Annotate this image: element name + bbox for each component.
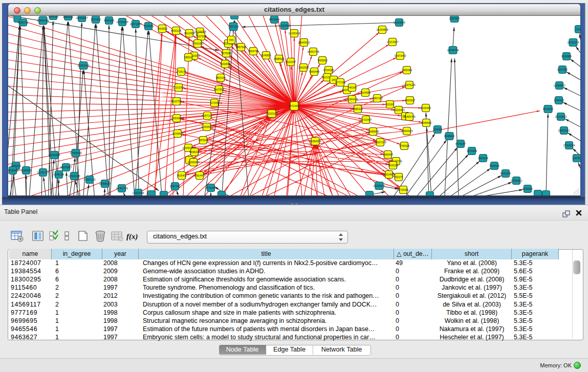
svg-text:6322037: 6322037 [286, 60, 296, 63]
svg-text:10025453: 10025453 [393, 108, 404, 112]
svg-text:1527602: 1527602 [91, 18, 101, 21]
svg-text:11353594: 11353594 [201, 125, 213, 128]
svg-text:15716485: 15716485 [205, 186, 216, 189]
svg-text:12975125: 12975125 [403, 83, 415, 86]
svg-text:252274: 252274 [394, 176, 403, 179]
svg-text:16648784: 16648784 [447, 49, 459, 52]
svg-text:8660124: 8660124 [171, 29, 181, 32]
svg-text:10958107: 10958107 [99, 182, 111, 185]
svg-text:19384554: 19384554 [309, 140, 321, 143]
svg-text:2933114: 2933114 [478, 157, 488, 160]
svg-text:19166825: 19166825 [171, 132, 183, 135]
svg-text:11127: 11127 [575, 28, 580, 31]
svg-text:1815152: 1815152 [388, 164, 398, 167]
svg-text:1733426: 1733426 [398, 188, 408, 191]
svg-text:30975857: 30975857 [60, 166, 72, 169]
svg-text:10543382: 10543382 [191, 42, 203, 45]
svg-text:8454749: 8454749 [248, 50, 258, 53]
svg-text:98901: 98901 [185, 56, 192, 59]
svg-text:417006: 417006 [210, 101, 219, 104]
svg-text:10653267: 10653267 [76, 16, 88, 19]
svg-text:1145194: 1145194 [54, 173, 64, 176]
svg-text:9699695: 9699695 [421, 121, 431, 124]
svg-text:16210643: 16210643 [555, 115, 567, 118]
svg-text:10671955: 10671955 [129, 23, 141, 26]
svg-text:3624554: 3624554 [360, 91, 371, 94]
svg-text:164095: 164095 [433, 128, 442, 131]
svg-text:25300203: 25300203 [266, 112, 277, 115]
svg-text:8471676: 8471676 [500, 172, 511, 175]
svg-text:16961758: 16961758 [307, 50, 319, 53]
svg-text:12213967: 12213967 [386, 40, 398, 43]
svg-text:f(x): f(x) [126, 232, 138, 241]
svg-text:7955812: 7955812 [317, 59, 328, 62]
svg-text:15751074: 15751074 [567, 41, 579, 44]
svg-text:7663822: 7663822 [157, 27, 167, 30]
svg-text:16914479: 16914479 [193, 174, 205, 177]
svg-text:9457791: 9457791 [170, 185, 180, 188]
svg-text:7625402: 7625402 [177, 174, 187, 177]
svg-text:12503135: 12503135 [68, 174, 80, 178]
svg-text:9227342: 9227342 [557, 68, 568, 71]
svg-text:15692921: 15692921 [558, 129, 570, 132]
svg-text:8938923: 8938923 [444, 135, 454, 138]
svg-text:21364436: 21364436 [346, 98, 358, 101]
svg-text:10688609: 10688609 [367, 130, 379, 133]
svg-text:8267115: 8267115 [202, 114, 212, 117]
svg-text:25495756: 25495756 [403, 115, 415, 118]
svg-text:12093872: 12093872 [553, 84, 565, 87]
svg-text:13524851: 13524851 [383, 173, 395, 176]
svg-text:1588520: 1588520 [274, 57, 284, 60]
svg-text:9242848: 9242848 [220, 62, 230, 65]
svg-text:20691406: 20691406 [37, 19, 49, 22]
svg-text:11325419: 11325419 [289, 32, 300, 35]
svg-text:7803144: 7803144 [215, 76, 226, 79]
svg-text:1156829: 1156829 [21, 169, 31, 172]
svg-text:10973493: 10973493 [394, 54, 406, 57]
svg-text:9777169: 9777169 [335, 81, 345, 84]
svg-text:10099459: 10099459 [187, 161, 199, 164]
svg-text:17016504: 17016504 [563, 144, 575, 147]
svg-text:2718176: 2718176 [176, 70, 186, 73]
svg-text:3915941: 3915941 [8, 169, 18, 172]
svg-text:9463627: 9463627 [405, 99, 415, 102]
svg-text:8427552: 8427552 [214, 88, 224, 91]
svg-text:8813014: 8813014 [269, 18, 279, 21]
svg-text:8990448: 8990448 [309, 70, 319, 73]
svg-text:16782759: 16782759 [116, 187, 127, 190]
svg-text:9245652: 9245652 [522, 187, 533, 190]
svg-text:19054985: 19054985 [170, 117, 182, 120]
svg-text:6466160: 6466160 [104, 19, 114, 22]
svg-text:9474444: 9474444 [467, 149, 477, 152]
svg-text:12342737: 12342737 [37, 171, 49, 174]
svg-text:12218506: 12218506 [278, 24, 290, 27]
svg-text:2087662: 2087662 [449, 17, 460, 20]
svg-text:7986322: 7986322 [353, 107, 363, 111]
svg-text:9146821: 9146821 [261, 54, 271, 57]
svg-text:9329966: 9329966 [561, 55, 572, 58]
svg-text:7485063: 7485063 [402, 69, 412, 72]
svg-text:7357224: 7357224 [228, 25, 238, 28]
svg-text:8215955: 8215955 [543, 107, 553, 111]
svg-text:20053346: 20053346 [77, 64, 89, 67]
svg-text:16154838: 16154838 [376, 28, 388, 31]
svg-text:4055712: 4055712 [18, 21, 28, 24]
svg-text:12923446: 12923446 [132, 191, 144, 194]
svg-text:15720407: 15720407 [360, 118, 372, 121]
svg-text:9084067: 9084067 [383, 153, 393, 156]
svg-text:19654923: 19654923 [401, 129, 412, 133]
svg-text:546: 546 [229, 38, 234, 41]
svg-text:1244415: 1244415 [554, 99, 564, 102]
svg-text:1610755: 1610755 [171, 100, 182, 103]
svg-text:1362615: 1362615 [298, 66, 309, 69]
svg-text:2867608: 2867608 [236, 46, 246, 49]
svg-text:7632621: 7632621 [489, 164, 499, 167]
svg-text:8912954: 8912954 [184, 32, 194, 35]
svg-text:15136141: 15136141 [373, 184, 385, 187]
svg-text:9115460: 9115460 [421, 106, 431, 110]
svg-text:12213369: 12213369 [172, 86, 184, 89]
svg-text:17359934: 17359934 [70, 151, 81, 155]
svg-text:10807487: 10807487 [371, 97, 383, 100]
svg-text:18640910: 18640910 [298, 41, 310, 44]
svg-text:10719155: 10719155 [116, 20, 128, 24]
